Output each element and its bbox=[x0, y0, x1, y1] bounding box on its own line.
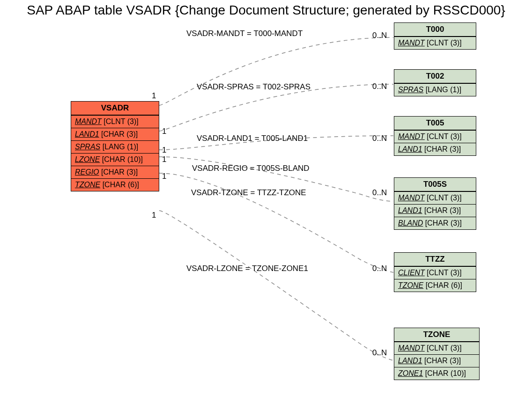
table-ttzz: TTZZ CLIENT [CLNT (3)] TZONE [CHAR (6)] bbox=[394, 252, 476, 292]
table-t005: T005 MANDT [CLNT (3)] LAND1 [CHAR (3)] bbox=[394, 116, 476, 156]
cardinality-left: 1 bbox=[152, 91, 156, 101]
edge-label: VSADR-SPRAS = T002-SPRAS bbox=[197, 82, 310, 92]
table-row: LAND1 [CHAR (3)] bbox=[394, 354, 479, 367]
table-t005s-header: T005S bbox=[394, 178, 476, 191]
table-row: LZONE [CHAR (10)] bbox=[71, 153, 159, 166]
table-t005-header: T005 bbox=[394, 117, 476, 130]
cardinality-right: 0..N bbox=[372, 348, 387, 358]
edge-label: VSADR-TZONE = TTZZ-TZONE bbox=[191, 188, 306, 198]
cardinality-right: 0..N bbox=[372, 134, 387, 143]
table-row: SPRAS [LANG (1)] bbox=[394, 83, 476, 96]
cardinality-left: 1 bbox=[162, 155, 166, 164]
table-row: MANDT [CLNT (3)] bbox=[394, 130, 476, 143]
table-row: SPRAS [LANG (1)] bbox=[71, 140, 159, 153]
table-row: BLAND [CHAR (3)] bbox=[394, 217, 476, 229]
table-vsadr: VSADR MANDT [CLNT (3)] LAND1 [CHAR (3)] … bbox=[71, 101, 159, 191]
edge-label: VSADR-LZONE = TZONE-ZONE1 bbox=[186, 264, 308, 273]
table-t005s: T005S MANDT [CLNT (3)] LAND1 [CHAR (3)] … bbox=[394, 177, 476, 230]
cardinality-right: 0..N bbox=[372, 188, 387, 198]
edge-label: VSADR-LAND1 = T005-LAND1 bbox=[197, 134, 308, 143]
table-row: LAND1 [CHAR (3)] bbox=[394, 143, 476, 155]
table-row: TZONE [CHAR (6)] bbox=[71, 178, 159, 191]
table-t000-header: T000 bbox=[394, 23, 476, 37]
table-t002-header: T002 bbox=[394, 70, 476, 83]
table-row: LAND1 [CHAR (3)] bbox=[394, 204, 476, 217]
table-t002: T002 SPRAS [LANG (1)] bbox=[394, 69, 476, 96]
cardinality-left: 1 bbox=[162, 172, 166, 181]
cardinality-right: 0..N bbox=[372, 264, 387, 273]
table-vsadr-header: VSADR bbox=[71, 102, 159, 115]
cardinality-left: 1 bbox=[152, 211, 156, 220]
cardinality-right: 0..N bbox=[372, 82, 387, 91]
table-row: ZONE1 [CHAR (10)] bbox=[394, 367, 479, 380]
table-ttzz-header: TTZZ bbox=[394, 253, 476, 266]
edge-label: VSADR-MANDT = T000-MANDT bbox=[186, 29, 303, 38]
table-row: MANDT [CLNT (3)] bbox=[394, 342, 479, 354]
cardinality-left: 1 bbox=[162, 127, 166, 136]
edge-label: VSADR-REGIO = T005S-BLAND bbox=[192, 164, 310, 173]
table-row: REGIO [CHAR (3)] bbox=[71, 166, 159, 178]
table-row: MANDT [CLNT (3)] bbox=[71, 115, 159, 128]
table-tzone: TZONE MANDT [CLNT (3)] LAND1 [CHAR (3)] … bbox=[394, 328, 480, 380]
cardinality-left: 1 bbox=[162, 146, 166, 155]
table-row: CLIENT [CLNT (3)] bbox=[394, 266, 476, 279]
table-t000: T000 MANDT [CLNT (3)] bbox=[394, 22, 476, 50]
cardinality-right: 0..N bbox=[372, 31, 387, 40]
table-row: LAND1 [CHAR (3)] bbox=[71, 128, 159, 140]
table-tzone-header: TZONE bbox=[394, 328, 479, 342]
table-row: MANDT [CLNT (3)] bbox=[394, 37, 476, 49]
table-row: TZONE [CHAR (6)] bbox=[394, 279, 476, 292]
table-row: MANDT [CLNT (3)] bbox=[394, 191, 476, 204]
diagram-title: SAP ABAP table VSADR {Change Document St… bbox=[0, 3, 532, 18]
